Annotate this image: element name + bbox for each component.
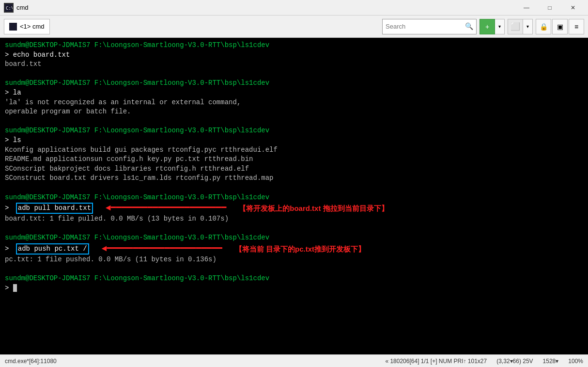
search-box[interactable]: 🔍 xyxy=(382,19,477,34)
toolbar: <1> cmd 🔍 + ▾ ⬜ ▾ 🔒 ▣ ≡ xyxy=(0,16,588,38)
cmd-3: > ls xyxy=(5,136,583,145)
position-info: « 180206[64] 1/1 [+] NUM PRI↑ 101x27 xyxy=(385,358,487,365)
process-name: cmd.exe*[64]:11080 xyxy=(5,358,57,365)
title-bar: C:\ cmd — □ ✕ xyxy=(0,0,588,16)
out-2: 'la' is not recognized as an internal or… xyxy=(5,98,583,108)
adb-pull-line: > adb pull board.txt ◄━━━━━━━━━━━━━━━━━━… xyxy=(5,202,583,214)
annotation-pull: 【将开发板上的board.txt 拖拉到当前目录下】 xyxy=(239,203,388,213)
app-icon: C:\ xyxy=(4,3,14,13)
adb-pull-cmd: adb pull board.txt xyxy=(18,204,91,212)
active-tab[interactable]: <1> cmd xyxy=(4,19,50,34)
close-button[interactable]: ✕ xyxy=(562,0,584,16)
toolbar-actions: + ▾ ⬜ ▾ 🔒 ▣ ≡ xyxy=(480,19,584,34)
left-arrow-1: ◄━━━━━━━━━━━━━━━━━━━━━━ xyxy=(106,202,226,214)
window-controls: — □ ✕ xyxy=(515,0,584,16)
adb-push-highlight: adb push pc.txt / xyxy=(16,243,89,255)
cmd-2: > la xyxy=(5,88,583,98)
cmd-prefix-2: > xyxy=(5,244,13,254)
split-tab-dropdown[interactable]: ▾ xyxy=(523,19,533,34)
tab-cmd-icon xyxy=(9,23,17,31)
out-push: pc.txt: 1 file pushed. 0.0 MB/s (11 byte… xyxy=(5,255,583,265)
cursor-block xyxy=(13,284,17,292)
lock-icon: 🔒 xyxy=(540,23,548,31)
svg-text:C:\: C:\ xyxy=(6,6,13,11)
split-tab-button[interactable]: ⬜ xyxy=(508,19,523,34)
menu-button[interactable]: ≡ xyxy=(569,19,584,34)
cmd-prefix-1: > xyxy=(5,204,13,213)
size-info: 1528▾ xyxy=(543,358,559,365)
search-icon: 🔍 xyxy=(465,22,473,31)
tab-label: <1> cmd xyxy=(20,23,45,30)
out-3: operable program or batch file. xyxy=(5,107,583,117)
pane-icon: ▣ xyxy=(557,23,563,31)
cursor-prompt: > xyxy=(5,284,13,292)
prompt-3: sundm@DESKTOP-JDMAIS7 F:\Loongson-Smartl… xyxy=(5,126,583,136)
annotation-push: 【将当前 目录下的pc.txt推到开发板下】 xyxy=(235,244,365,254)
lock-button[interactable]: 🔒 xyxy=(536,19,551,34)
out-ls-3: SConscript bakproject docs libraries rtc… xyxy=(5,164,583,174)
prompt-6: sundm@DESKTOP-JDMAIS7 F:\Loongson-Smartl… xyxy=(5,274,583,284)
out-pull: board.txt: 1 file pulled. 0.0 MB/s (13 b… xyxy=(5,214,583,224)
search-input[interactable] xyxy=(386,23,463,30)
prompt-2: sundm@DESKTOP-JDMAIS7 F:\Loongson-Smartl… xyxy=(5,79,583,88)
split-icon: ⬜ xyxy=(511,22,520,31)
cmd-1: > echo board.txt xyxy=(5,50,583,60)
minimize-button[interactable]: — xyxy=(515,0,538,16)
cursor-line: > xyxy=(5,284,583,293)
adb-push-line: > adb push pc.txt / ◄━━━━━━━━━━━━━━━━━━━… xyxy=(5,243,583,255)
out-ls-1: Kconfig applications build gui packages … xyxy=(5,145,583,155)
zoom-info: 100% xyxy=(568,358,583,365)
prompt-4: sundm@DESKTOP-JDMAIS7 F:\Loongson-Smartl… xyxy=(5,193,583,203)
out-1: board.txt xyxy=(5,60,583,69)
pane-button[interactable]: ▣ xyxy=(552,19,568,34)
out-ls-4: SConstruct board.txt drivers ls1c_ram.ld… xyxy=(5,174,583,183)
out-ls-2: README.md applicationsun cconfig.h key.p… xyxy=(5,155,583,164)
hamburger-icon: ≡ xyxy=(574,23,578,31)
adb-push-cmd: adb push pc.txt / xyxy=(18,245,87,253)
status-bar: cmd.exe*[64]:11080 « 180206[64] 1/1 [+] … xyxy=(0,354,588,367)
new-tab-button[interactable]: + xyxy=(480,19,495,34)
window-title: cmd xyxy=(16,4,29,11)
adb-pull-highlight: adb pull board.txt xyxy=(16,203,93,214)
prompt-1: sundm@DESKTOP-JDMAIS7 F:\Loongson-Smartl… xyxy=(5,41,583,50)
coords-info: (3,32▾66) 25V xyxy=(496,358,533,365)
status-right: « 180206[64] 1/1 [+] NUM PRI↑ 101x27 (3,… xyxy=(385,358,583,365)
prompt-5: sundm@DESKTOP-JDMAIS7 F:\Loongson-Smartl… xyxy=(5,233,583,243)
new-tab-dropdown[interactable]: ▾ xyxy=(495,19,505,34)
plus-icon: + xyxy=(485,23,489,31)
terminal-output[interactable]: sundm@DESKTOP-JDMAIS7 F:\Loongson-Smartl… xyxy=(0,38,588,354)
maximize-button[interactable]: □ xyxy=(539,0,561,16)
left-arrow-2: ◄━━━━━━━━━━━━━━━━━━━━━━ xyxy=(102,243,222,255)
